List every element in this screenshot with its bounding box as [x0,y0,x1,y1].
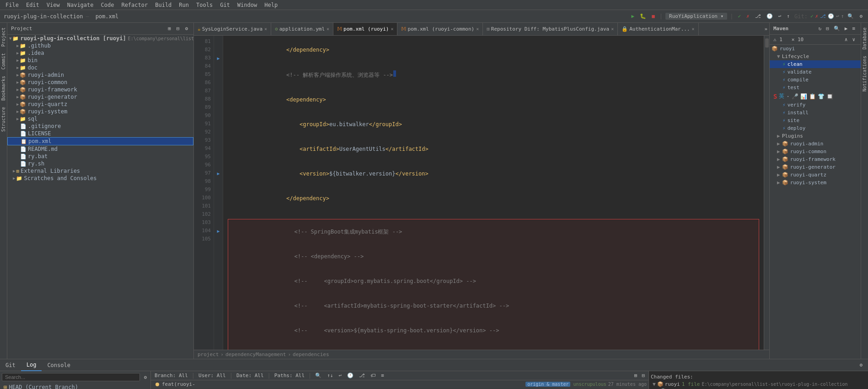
maven-run[interactable]: ▶ [843,25,850,32]
branch-search-btn[interactable]: ⚙ [142,373,149,381]
menu-tools[interactable]: Tools [193,1,216,9]
git-check-icon[interactable]: ✓ [736,12,743,20]
tree-pom-xml[interactable]: 📋 pom.xml [7,137,193,145]
sidebar-gear[interactable]: ⚙ [183,25,190,32]
tree-bin[interactable]: ▶ 📁 bin [7,57,193,64]
menu-view[interactable]: View [43,1,64,9]
settings-button[interactable]: ⚙ [857,12,864,20]
project-side-tab[interactable]: Project [0,25,7,49]
sidebar-expand-all[interactable]: ⊞ [166,25,173,32]
tab-application-close[interactable]: × [327,27,329,32]
tab-application[interactable]: ⚙ application.yml × [271,23,333,36]
run-button[interactable]: ▶ [630,12,637,20]
maven-install[interactable]: ⚡ install [770,109,861,117]
menu-help[interactable]: Help [261,1,281,9]
tab-pom-common-close[interactable]: × [476,27,479,32]
more-tabs-button[interactable]: » [762,25,769,33]
stop-button[interactable]: ■ [650,12,657,20]
tree-ext-libs[interactable]: ▶ ⊞ External Libraries [7,167,193,175]
menu-code[interactable]: Code [97,1,118,9]
tree-scratches[interactable]: ▶ 📁 Scratches and Consoles [7,175,193,182]
maven-lifecycle-section[interactable]: ▼ Lifecycle [770,53,861,60]
maven-nav-up[interactable]: ∧ [843,36,850,43]
maven-verify[interactable]: ⚡ verify [770,101,861,109]
maven-collapse[interactable]: ⊟ [824,25,831,32]
commit-side-tab[interactable]: Commit [0,50,7,72]
git-undo-icon[interactable]: ↩ [777,12,783,20]
breadcrumb-depmanagement[interactable]: dependencyManagement [225,352,286,357]
git-push-icon[interactable]: ↑ [785,12,792,20]
menu-refactor[interactable]: Refactor [118,1,151,9]
git-head[interactable]: ⊞ HEAD (Current Branch) [2,383,149,389]
maven-nav-down[interactable]: ∨ [850,36,857,43]
breadcrumb-dependencies[interactable]: dependencies [293,352,329,357]
tab-auth[interactable]: 🔒 AuthenticationMar... × [618,23,698,36]
git-commit-1[interactable]: feat(ruoyi- origin & master unscrupulous… [151,380,648,389]
git-paths-all[interactable]: Paths: All [273,372,306,379]
maven-more[interactable]: ≡ [850,25,857,32]
tree-ruoyi-system[interactable]: ▶ 📦 ruoyi-system [7,108,193,115]
menu-window[interactable]: Window [234,1,261,9]
git-collapse-graph[interactable]: ≡ [379,372,386,379]
tab-pom-common[interactable]: 𝕄 pom.xml (ruoyi-common) × [397,23,483,36]
maven-ruoyi-quartz[interactable]: ▶ 📦 ruoyi-quartz [770,171,861,179]
git-search-commits[interactable]: 🔍 [313,372,323,379]
git-date-all[interactable]: Date: All [235,372,266,379]
git-expand-all[interactable]: ⊞ [632,372,639,379]
tree-github[interactable]: ▶ 📁 .github [7,42,193,49]
menu-navigate[interactable]: Navigate [64,1,97,9]
tree-license[interactable]: 📄 LICENSE [7,130,193,137]
breadcrumb-project[interactable]: project [198,352,219,357]
branch-search[interactable] [2,373,140,381]
tab-auth-close[interactable]: × [692,27,695,32]
maven-search[interactable]: 🔍 [832,25,842,32]
menu-edit[interactable]: Edit [22,1,43,9]
maven-deploy[interactable]: ⚡ deploy [770,124,861,132]
menu-git[interactable]: Git [216,1,234,9]
maven-refresh[interactable]: ↻ [817,25,824,32]
tab-repo-diff[interactable]: ⊞ Repository Diff: MybatisPlusConfig.jav… [483,23,618,36]
tree-idea[interactable]: ▶ 📁 .idea [7,49,193,57]
maven-test[interactable]: ⚡ test [770,84,861,91]
git-branch-icon[interactable]: ⎇ [753,12,763,20]
sidebar-collapse-all[interactable]: ⊟ [175,25,182,32]
editor-scrollbar[interactable] [764,36,769,350]
tree-ruoyi-quartz[interactable]: ▶ 📦 ruoyi-quartz [7,101,193,108]
tree-gitignore[interactable]: 📄 .gitignore [7,123,193,130]
tab-syslogin[interactable]: ☕ SysLoginService.java × [194,23,271,36]
maven-clean[interactable]: ⚡ clean [770,60,861,68]
tree-ruoyi-framework[interactable]: ▶ 📦 ruoyi-framework [7,86,193,93]
tree-ruoyi-generator[interactable]: ▶ 📦 ruoyi-generator [7,93,193,101]
tree-ry-sh[interactable]: 📄 ry.sh [7,160,193,167]
tree-readme[interactable]: 📄 README.md [7,145,193,153]
databases-side-tab[interactable]: Database [861,25,868,52]
git-branch-all[interactable]: Branch: All [153,372,190,379]
git-clock-history[interactable]: 🕐 [345,372,355,379]
git-branch-filter[interactable]: ⎇ [357,372,367,379]
git-user-all[interactable]: User: All [197,372,228,379]
tree-ruoyi-common[interactable]: ▶ 📦 ruoyi-common [7,79,193,86]
maven-validate[interactable]: ⚡ validate [770,68,861,76]
maven-ruoyi-framework[interactable]: ▶ 📦 ruoyi-framework [770,155,861,163]
maven-ruoyi-generator[interactable]: ▶ 📦 ruoyi-generator [770,163,861,171]
tree-sql[interactable]: ▶ 📁 sql [7,115,193,123]
maven-ruoyi-common[interactable]: ▶ 📦 ruoyi-common [770,148,861,155]
tab-repo-diff-close[interactable]: × [611,27,614,32]
git-settings[interactable]: ⚙ [857,361,864,369]
config-dropdown[interactable]: RuoYiApplication ▾ [665,13,727,20]
git-tag-filter[interactable]: 🏷 [369,372,377,379]
gutter-icon-83[interactable]: ▶ [214,54,223,62]
tab-syslogin-close[interactable]: × [264,27,267,32]
tree-ruoyi-admin[interactable]: ▶ 📦 ruoyi-admin [7,71,193,79]
git-cherry-pick[interactable]: ↑↓ [325,372,335,379]
git-clock-icon[interactable]: 🕐 [765,12,775,20]
menu-build[interactable]: Build [151,1,175,9]
maven-compile[interactable]: ⚡ compile [770,76,861,84]
bookmarks-side-tab[interactable]: Bookmarks [0,73,7,103]
bottom-tab-console[interactable]: Console [42,359,76,371]
gutter-icon-97[interactable]: ▶ [214,169,223,177]
git-ruoyi-section[interactable]: ▼ 📦 ruoyi 1 file E:\company\personal\lis… [651,381,866,388]
code-area[interactable]: </dependency> <!-- 解析客户端操作系统、浏览器等 --> <d… [223,36,764,350]
bottom-tab-log[interactable]: Log [21,359,42,371]
maven-ruoyi-admin[interactable]: ▶ 📦 ruoyi-admin [770,140,861,148]
